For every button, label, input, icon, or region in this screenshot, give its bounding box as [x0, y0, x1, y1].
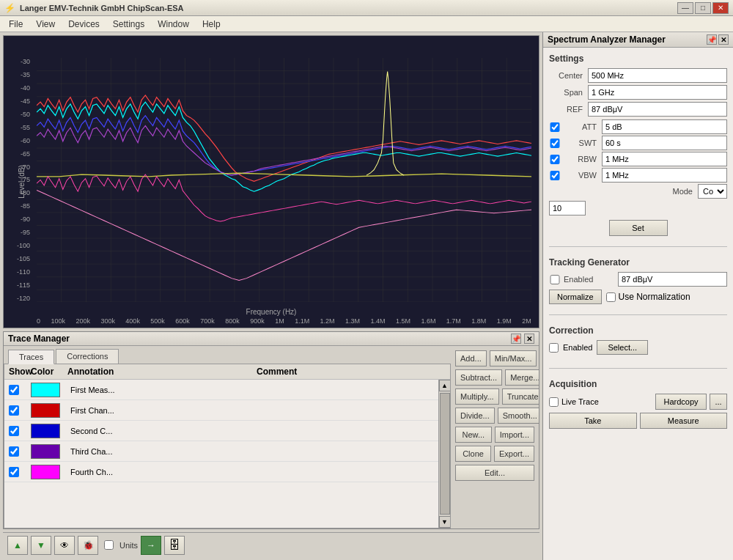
- smooth-button[interactable]: Smooth...: [498, 408, 539, 424]
- trace-scrollbar[interactable]: ▲ ▼: [438, 380, 450, 528]
- title-bar: ⚡ Langer EMV-Technik GmbH ChipScan-ESA —…: [0, 0, 733, 16]
- import-button[interactable]: Import...: [495, 427, 534, 443]
- trace-color-1[interactable]: [31, 383, 60, 397]
- right-panel-pin[interactable]: 📌: [707, 34, 717, 45]
- right-panel-close[interactable]: ✕: [718, 34, 729, 45]
- down-arrow-icon: ▼: [37, 540, 45, 550]
- settings-check-fields: ATT SWT RBW VBW: [549, 119, 727, 215]
- right-panel-header: Spectrum Analyzer Manager 📌 ✕: [543, 32, 733, 48]
- trace-show-checkbox-3[interactable]: [9, 426, 19, 436]
- vbw-input[interactable]: [602, 168, 727, 183]
- export-button[interactable]: Export...: [494, 446, 534, 462]
- normalize-button[interactable]: Normalize: [549, 290, 602, 304]
- tg-enabled-checkbox[interactable]: [549, 275, 561, 284]
- att-input[interactable]: [602, 119, 727, 134]
- hardcopy-dots-button[interactable]: ...: [710, 394, 727, 410]
- scroll-down[interactable]: ▼: [439, 516, 451, 528]
- app-icon: ⚡: [4, 3, 15, 13]
- table-row: First Chan...: [4, 400, 438, 421]
- correction-enabled-checkbox[interactable]: [549, 343, 559, 353]
- minimize-button[interactable]: —: [677, 2, 693, 14]
- trace-annotation-4: Third Cha...: [67, 447, 251, 456]
- rbw-input[interactable]: [602, 152, 727, 166]
- tg-value-input[interactable]: [618, 272, 727, 287]
- menu-help[interactable]: Help: [196, 18, 226, 31]
- multiply-button[interactable]: Multiply...: [455, 388, 499, 405]
- tab-corrections[interactable]: Corrections: [56, 349, 119, 364]
- rbw-checkbox[interactable]: [549, 155, 561, 164]
- tg-enabled-label: Enabled: [564, 275, 615, 284]
- swt-checkbox[interactable]: [549, 139, 561, 148]
- menu-view[interactable]: View: [30, 18, 61, 31]
- clone-button[interactable]: Clone: [455, 446, 491, 462]
- trace-color-2[interactable]: [31, 403, 60, 418]
- y-axis-label: Level (dB): [18, 165, 26, 199]
- forward-button[interactable]: →: [141, 536, 161, 555]
- measure-button[interactable]: Measure: [640, 413, 728, 429]
- col-color: Color: [31, 366, 67, 377]
- ref-input[interactable]: [588, 102, 727, 117]
- trace-color-3[interactable]: [31, 424, 60, 438]
- maximize-button[interactable]: □: [695, 2, 711, 14]
- trace-show-checkbox-4[interactable]: [9, 446, 19, 457]
- set-button[interactable]: Set: [609, 220, 668, 236]
- rbw-row: RBW: [549, 152, 727, 166]
- bug-button[interactable]: 🐞: [78, 536, 98, 555]
- minmax-button[interactable]: Min/Max...: [490, 350, 537, 366]
- new-button[interactable]: New...: [455, 427, 492, 443]
- correction-section: Correction Enabled Select...: [549, 325, 727, 358]
- span-input[interactable]: [588, 85, 727, 100]
- center-input[interactable]: [588, 68, 727, 83]
- divide-button[interactable]: Divide...: [455, 408, 495, 424]
- trace-color-4[interactable]: [31, 444, 60, 459]
- mode-spin[interactable]: [549, 201, 586, 215]
- tg-title: Tracking Generator: [549, 257, 727, 268]
- trace-show-checkbox-5[interactable]: [9, 467, 19, 477]
- table-row: Third Cha...: [4, 441, 438, 462]
- hardcopy-button[interactable]: Hardcopy: [655, 394, 707, 410]
- swt-input[interactable]: [602, 136, 727, 150]
- settings-section: Settings Center Span REF ATT: [549, 54, 727, 236]
- menu-window[interactable]: Window: [152, 18, 195, 31]
- take-button[interactable]: Take: [549, 413, 637, 429]
- live-trace-label: Live Trace: [561, 397, 652, 406]
- close-button[interactable]: ✕: [712, 2, 729, 14]
- scroll-up[interactable]: ▲: [439, 380, 451, 391]
- col-comment: Comment: [257, 366, 446, 377]
- move-up-button[interactable]: ▲: [7, 536, 28, 555]
- trace-color-5[interactable]: [31, 465, 60, 479]
- cylinder-button[interactable]: 🗄: [164, 536, 185, 555]
- trace-manager-close[interactable]: ✕: [524, 334, 534, 344]
- correction-title: Correction: [549, 325, 727, 336]
- units-label: Units: [119, 541, 138, 550]
- use-norm-row: Use Normalization: [606, 292, 690, 302]
- mode-select[interactable]: Continuous Single: [698, 184, 727, 199]
- trace-rows: First Meas... First Chan...: [4, 380, 438, 528]
- edit-button[interactable]: Edit...: [455, 465, 534, 481]
- move-down-button[interactable]: ▼: [31, 536, 51, 555]
- trace-manager-header: Trace Manager 📌 ✕: [4, 332, 539, 346]
- correction-select-button[interactable]: Select...: [597, 340, 648, 355]
- trace-show-checkbox-1[interactable]: [9, 385, 19, 395]
- menu-devices[interactable]: Devices: [62, 18, 106, 31]
- tab-traces[interactable]: Traces: [8, 350, 54, 364]
- trace-annotation-5: Fourth Ch...: [67, 468, 251, 476]
- menu-file[interactable]: File: [3, 18, 29, 31]
- subtract-button[interactable]: Subtract...: [455, 369, 502, 386]
- eye-button[interactable]: 👁: [54, 536, 75, 555]
- settings-title: Settings: [549, 54, 727, 64]
- merge-button[interactable]: Merge...: [505, 369, 539, 386]
- table-row: Second C...: [4, 421, 438, 441]
- trace-show-checkbox-2[interactable]: [9, 405, 19, 416]
- vbw-checkbox[interactable]: [549, 171, 561, 180]
- add-button[interactable]: Add...: [455, 350, 487, 366]
- menu-settings[interactable]: Settings: [107, 18, 150, 31]
- use-norm-checkbox[interactable]: [606, 292, 616, 302]
- att-checkbox[interactable]: [549, 122, 561, 132]
- live-trace-checkbox[interactable]: [549, 397, 559, 407]
- truncate-button[interactable]: Truncate...: [502, 388, 539, 405]
- trace-manager-pin[interactable]: 📌: [511, 334, 521, 344]
- ref-label: REF: [549, 105, 586, 114]
- scroll-thumb[interactable]: [440, 393, 450, 515]
- units-checkbox[interactable]: [104, 540, 114, 550]
